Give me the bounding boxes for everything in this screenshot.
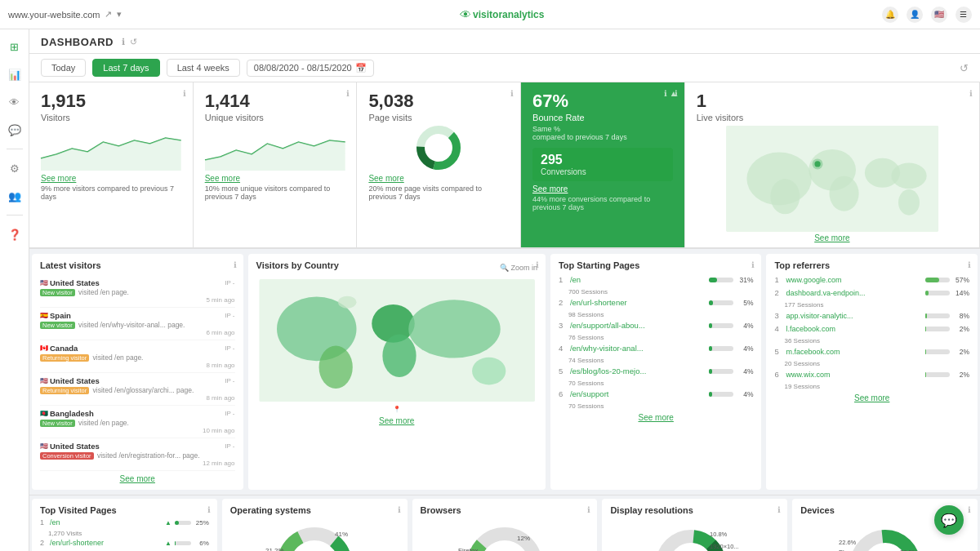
latest-visitors-info-icon[interactable]: ℹ — [234, 260, 237, 269]
visitor-flags: 🇺🇸 United States IP - — [40, 376, 235, 385]
pagevisits-info-icon[interactable]: ℹ — [510, 89, 514, 98]
svg-point-17 — [382, 335, 416, 378]
visitor-item: 🇨🇦 Canada IP - Returning visitor visited… — [40, 340, 235, 373]
sidebar-item-charts[interactable]: 📊 — [6, 65, 24, 83]
os-donut-chart: 15.6% 41% 21.2% macOS — [230, 520, 399, 551]
starting-pages-card: Top Starting Pages ℹ 1 /en 31% 700 Sessi… — [550, 254, 762, 490]
top-bar-right: 🔔 👤 🇺🇸 ☰ — [882, 7, 972, 23]
ref-sessions: 36 Sessions — [784, 337, 969, 344]
os-info-icon[interactable]: ℹ — [398, 505, 401, 514]
starting-pages-title: Top Starting Pages — [559, 260, 754, 270]
conversions-sub-card: ℹ ▲ 295 Conversions — [532, 148, 673, 181]
svg-text:10.8%: 10.8% — [710, 531, 728, 538]
svg-text:21.2%: 21.2% — [265, 547, 284, 551]
browsers-info-icon[interactable]: ℹ — [587, 505, 590, 514]
last7days-button[interactable]: Last 7 days — [92, 59, 159, 77]
svg-point-7 — [829, 176, 858, 211]
main-refresh-button[interactable]: ↺ — [960, 62, 969, 74]
starting-pages-see-more[interactable]: See more — [559, 413, 754, 422]
latest-visitors-title: Latest visitors — [40, 260, 235, 270]
visitors-country-see-more[interactable]: See more — [256, 416, 537, 425]
starting-pages-info-icon[interactable]: ℹ — [751, 260, 755, 269]
chevron-down-icon[interactable]: ▾ — [117, 9, 122, 20]
svg-point-5 — [770, 179, 800, 214]
user-icon[interactable]: 👤 — [906, 7, 923, 23]
website-url: www.your-website.com — [8, 10, 100, 20]
visited-pages-info-icon[interactable]: ℹ — [207, 505, 211, 514]
page-sessions: 70 Sessions — [568, 402, 754, 410]
latest-visitors-card: Latest visitors ℹ 🇺🇸 United States IP - … — [32, 254, 243, 490]
sidebar-item-users[interactable]: 👥 — [6, 187, 24, 205]
unique-see-more[interactable]: See more — [205, 174, 345, 183]
pagevisits-label: Page visits — [368, 113, 509, 122]
display-info-icon[interactable]: ℹ — [777, 505, 781, 514]
visitor-item: 🇪🇸 Spain IP - New visitor visited /en/wh… — [40, 308, 235, 340]
live-see-more[interactable]: See more — [814, 233, 849, 242]
referrers-info-icon[interactable]: ℹ — [968, 260, 971, 269]
metrics-row: ℹ 1,915 Visitors See more 9% more visito… — [29, 82, 980, 249]
latest-visitors-see-more[interactable]: See more — [40, 474, 235, 483]
page-item: 6 /en/support 4% — [559, 389, 754, 398]
ref-item: 5 m.facebook.com 2% — [774, 347, 969, 356]
live-visitors-card: ℹ 1 Live visitors — [685, 82, 980, 247]
ref-item: 6 www.wix.com 2% — [774, 370, 969, 379]
unique-value: 1,414 — [205, 91, 345, 112]
visitor-flags: 🇨🇦 Canada IP - — [40, 344, 235, 353]
sidebar-item-dashboard[interactable]: ⊞ — [6, 38, 24, 56]
bounce-see-more[interactable]: See more — [532, 184, 673, 193]
visitors-see-more[interactable]: See more — [41, 174, 181, 183]
bottom-row: Top Visited Pages ℹ 1 /en ▲ 25% 1,270 Vi… — [29, 495, 980, 551]
sidebar-divider-2 — [7, 215, 23, 216]
sidebar-item-visitors[interactable]: 👁 — [6, 93, 24, 111]
unique-info-icon[interactable]: ℹ — [346, 89, 350, 98]
zoom-in-control[interactable]: 🔍 Zoom in — [500, 264, 537, 272]
today-button[interactable]: Today — [41, 59, 86, 77]
dashboard-info-icon[interactable]: ℹ — [122, 37, 125, 47]
visitors-info-icon[interactable]: ℹ — [183, 89, 186, 98]
page-sessions: 70 Sessions — [568, 380, 754, 387]
sidebar-item-help[interactable]: ❓ — [6, 225, 24, 243]
visitors-country-info-icon[interactable]: ℹ — [536, 260, 539, 269]
last4weeks-button[interactable]: Last 4 weeks — [167, 59, 240, 77]
svg-point-15 — [318, 346, 352, 389]
language-icon[interactable]: 🇺🇸 — [931, 7, 947, 23]
conversions-info-icon[interactable]: ℹ ▲ — [664, 89, 678, 98]
filter-bar: Today Last 7 days Last 4 weeks 08/08/202… — [29, 54, 980, 82]
bounce-same-pct: Same % compared to previous 7 days — [532, 125, 673, 141]
live-info-icon[interactable]: ℹ — [969, 89, 973, 98]
live-value: 1 — [697, 91, 743, 112]
browsers-card: Browsers ℹ 6.2% Firefox 55% Chrome 12% — [412, 499, 598, 551]
chat-button[interactable]: 💬 — [934, 505, 964, 535]
date-range-picker[interactable]: 08/08/2020 - 08/15/2020 📅 — [247, 60, 374, 77]
top-visited-pages-title: Top Visited Pages — [40, 505, 209, 515]
sidebar-divider — [7, 149, 23, 149]
pagevisits-see-more[interactable]: See more — [368, 174, 509, 183]
calendar-icon: 📅 — [355, 63, 367, 73]
sidebar: ⊞ 📊 👁 💬 ⚙ 👥 ❓ — [0, 29, 29, 551]
svg-point-18 — [408, 300, 501, 358]
unique-visitors-card: ℹ 1,414 Unique visitors See more 10% mor… — [194, 82, 358, 247]
ref-item: 1 www.google.com 57% — [774, 275, 969, 284]
visitors-value: 1,915 — [41, 91, 181, 112]
visitor-item: 🇺🇸 United States IP - New visitor visite… — [40, 275, 235, 308]
display-resolutions-card: Display resolutions ℹ 10.8% 1920×10... 3… — [602, 499, 787, 551]
svg-point-12 — [812, 158, 822, 169]
starting-pages-list: 1 /en 31% 700 Sessions 2 /en/url-shorten… — [559, 275, 754, 410]
notifications-icon[interactable]: 🔔 — [882, 7, 898, 23]
bpage-item: 1 /en ▲ 25% — [40, 518, 209, 527]
menu-icon[interactable]: ☰ — [956, 7, 972, 23]
visitors-by-country-title: Visitors by Country — [256, 260, 339, 270]
visitor-flags: 🇧🇩 Bangladesh IP - — [40, 409, 235, 418]
visitor-flags: 🇺🇸 United States IP - — [40, 278, 235, 287]
ref-sessions: 20 Sessions — [784, 360, 969, 367]
dashboard-refresh-icon[interactable]: ↺ — [130, 37, 137, 47]
devices-info-icon[interactable]: ℹ — [968, 505, 971, 514]
sidebar-item-comments[interactable]: 💬 — [6, 121, 24, 139]
dashboard-header: DASHBOARD ℹ ↺ — [29, 29, 980, 54]
world-map-svg — [697, 126, 968, 232]
external-link-icon[interactable]: ↗ — [105, 9, 112, 20]
unique-chart — [205, 126, 345, 171]
referrers-see-more[interactable]: See more — [774, 393, 969, 402]
ref-item: 4 l.facebook.com 2% — [774, 324, 969, 333]
sidebar-item-settings[interactable]: ⚙ — [6, 159, 24, 177]
